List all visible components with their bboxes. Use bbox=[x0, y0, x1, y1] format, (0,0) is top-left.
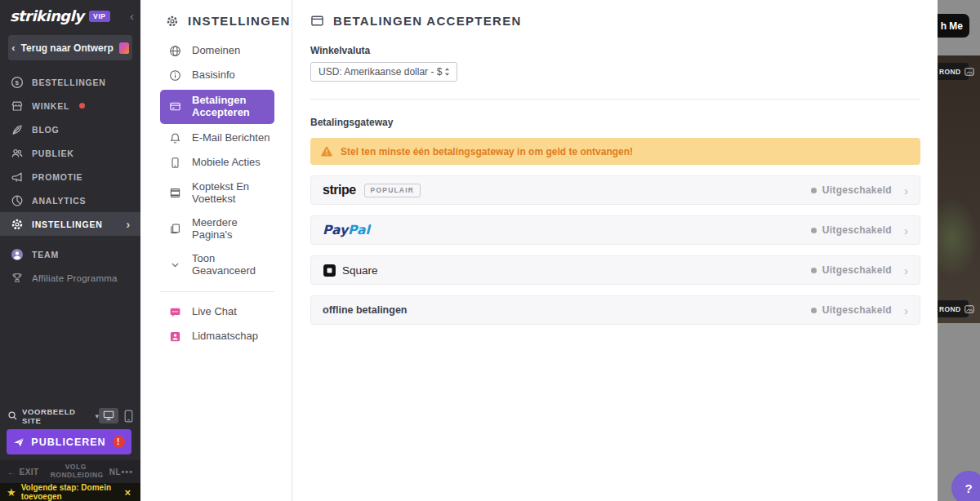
sidebar-item-bestellingen[interactable]: $ BESTELLINGEN bbox=[0, 70, 140, 94]
settings-item-label: Koptekst En Voettekst bbox=[192, 181, 257, 206]
sidebar-item-publiek[interactable]: PUBLIEK bbox=[0, 141, 140, 165]
sidebar-item-label: WINKEL bbox=[32, 101, 69, 111]
publish-button[interactable]: PUBLICEREN ! bbox=[7, 429, 131, 454]
background-edit-badge[interactable]: ROND bbox=[938, 300, 969, 317]
chevron-down-icon bbox=[168, 259, 181, 272]
site-thumbnail-icon bbox=[119, 42, 129, 54]
settings-item-domeinen[interactable]: Domeinen bbox=[140, 38, 292, 63]
sidebar-item-label: PUBLIEK bbox=[32, 149, 74, 158]
status-dot-icon bbox=[811, 188, 817, 193]
info-icon bbox=[168, 69, 181, 82]
mobile-preview-button[interactable] bbox=[124, 410, 133, 423]
exit-label: EXIT bbox=[20, 468, 39, 477]
help-button[interactable]: ? bbox=[951, 471, 980, 501]
dollar-icon: $ bbox=[10, 75, 24, 89]
stripe-logo: stripe bbox=[323, 183, 356, 197]
settings-item-betalingen-accepteren[interactable]: Betalingen Accepteren bbox=[160, 90, 274, 124]
feather-icon bbox=[10, 122, 24, 136]
exit-button[interactable]: ← EXIT bbox=[7, 468, 39, 477]
settings-item-lidmaatschap[interactable]: Lidmaatschap bbox=[140, 325, 292, 349]
payments-panel: BETALINGEN ACCEPTEREN Winkelvaluta USD: … bbox=[292, 0, 938, 501]
page-title: BETALINGEN ACCEPTEREN bbox=[333, 14, 522, 28]
device-toggle-group bbox=[99, 408, 133, 423]
currency-selected-value: USD: Amerikaanse dollar - $ bbox=[318, 66, 442, 78]
more-options-button[interactable]: ••• bbox=[121, 467, 133, 477]
status-dot-icon bbox=[811, 308, 817, 313]
chevron-right-icon: › bbox=[904, 304, 908, 317]
currency-select[interactable]: USD: Amerikaanse dollar - $ bbox=[310, 62, 457, 82]
gateway-row-offline[interactable]: offline betalingen Uitgeschakeld › bbox=[310, 295, 920, 325]
gateway-status: Uitgeschakeld bbox=[811, 264, 892, 276]
chat-icon bbox=[168, 306, 181, 319]
member-badge-icon bbox=[168, 330, 181, 344]
publish-button-label: PUBLICEREN bbox=[31, 437, 105, 448]
sidebar-nav: $ BESTELLINGEN WINKEL BLOG bbox=[0, 70, 140, 290]
sidebar-item-label: TEAM bbox=[32, 250, 59, 259]
collapse-sidebar-icon[interactable]: ‹ bbox=[130, 10, 134, 22]
gateway-row-stripe[interactable]: stripe POPULAIR Uitgeschakeld › bbox=[310, 175, 920, 205]
sidebar-item-instellingen[interactable]: INSTELLINGEN › bbox=[0, 212, 140, 236]
settings-item-label: Mobiele Acties bbox=[192, 157, 261, 169]
main-sidebar: strikingly VIP ‹ ‹ Terug naar Ontwerp $ … bbox=[0, 0, 140, 501]
warning-triangle-icon bbox=[320, 145, 333, 157]
search-icon bbox=[7, 410, 18, 421]
chevron-left-icon: ‹ bbox=[11, 42, 15, 54]
gateway-row-paypal[interactable]: PayPal Uitgeschakeld › bbox=[310, 215, 920, 245]
settings-header: INSTELLINGEN bbox=[140, 0, 292, 38]
settings-divider bbox=[160, 291, 274, 292]
settings-item-email-berichten[interactable]: E-Mail Berichten bbox=[140, 126, 292, 151]
sidebar-item-winkel[interactable]: WINKEL bbox=[0, 94, 140, 117]
image-icon bbox=[964, 305, 974, 313]
preview-site-row: VOORBEELD SITE ▾ bbox=[0, 406, 140, 426]
desktop-preview-button[interactable] bbox=[99, 408, 118, 423]
star-icon: ★ bbox=[7, 486, 16, 499]
sidebar-item-affiliate[interactable]: Affiliate Programma bbox=[0, 266, 140, 290]
chevron-right-icon: › bbox=[904, 184, 908, 197]
notification-text[interactable]: Volgende stap: Domein toevoegen bbox=[21, 483, 125, 501]
site-cta-button[interactable]: h Me bbox=[938, 14, 969, 38]
settings-item-basisinfo[interactable]: Basisinfo bbox=[140, 63, 292, 87]
sidebar-item-promotie[interactable]: PROMOTIE bbox=[0, 165, 140, 188]
square-logo-text: Square bbox=[342, 264, 378, 277]
settings-item-label: Meerdere Pagina's bbox=[192, 217, 280, 242]
sidebar-item-blog[interactable]: BLOG bbox=[0, 117, 140, 141]
strikingly-logo: strikingly bbox=[10, 7, 83, 24]
payments-card-icon bbox=[310, 14, 324, 28]
settings-item-mobiele-acties[interactable]: Mobiele Acties bbox=[140, 151, 292, 175]
trophy-icon bbox=[10, 271, 24, 285]
status-dot-icon bbox=[811, 228, 817, 233]
chevron-right-icon: › bbox=[904, 264, 908, 277]
chevron-right-icon: › bbox=[904, 224, 908, 237]
sidebar-item-label: INSTELLINGEN bbox=[32, 219, 103, 229]
close-icon[interactable]: × bbox=[124, 486, 134, 499]
warning-text: Stel ten minste één betalingsgateway in … bbox=[341, 146, 633, 157]
settings-item-koptekst-voettekst[interactable]: Koptekst En Voettekst bbox=[140, 175, 292, 211]
pie-chart-icon bbox=[10, 193, 24, 207]
settings-item-live-chat[interactable]: Live Chat bbox=[140, 300, 292, 325]
vip-badge: VIP bbox=[89, 11, 110, 22]
paypal-logo-pay: Pay bbox=[323, 223, 348, 237]
sidebar-item-label: ANALYTICS bbox=[32, 196, 86, 206]
preview-site-label[interactable]: VOORBEELD SITE bbox=[22, 407, 91, 425]
sidebar-item-analytics[interactable]: ANALYTICS bbox=[0, 188, 140, 212]
popular-badge: POPULAIR bbox=[364, 184, 421, 197]
gateway-row-square[interactable]: Square Uitgeschakeld › bbox=[310, 255, 920, 285]
settings-item-label: Domeinen bbox=[192, 45, 240, 57]
background-edit-badge[interactable]: ROND bbox=[938, 63, 969, 80]
gateway-status: Uitgeschakeld bbox=[811, 304, 892, 316]
app-window: strikingly VIP ‹ ‹ Terug naar Ontwerp $ … bbox=[0, 0, 980, 501]
status-label: Uitgeschakeld bbox=[822, 184, 892, 196]
settings-item-meerdere-paginas[interactable]: Meerdere Pagina's bbox=[140, 211, 292, 247]
gateway-status: Uitgeschakeld bbox=[811, 184, 892, 196]
tour-button[interactable]: VOLG RONDLEIDING bbox=[51, 463, 101, 480]
sidebar-item-label: Affiliate Programma bbox=[32, 273, 118, 283]
settings-item-label: Toon Geavanceerd bbox=[192, 253, 280, 277]
settings-item-toon-geavanceerd[interactable]: Toon Geavanceerd bbox=[140, 247, 292, 283]
sidebar-item-team[interactable]: TEAM bbox=[0, 242, 140, 266]
language-button[interactable]: NL bbox=[109, 468, 121, 477]
settings-item-label: Live Chat bbox=[192, 306, 237, 318]
back-to-editor-button[interactable]: ‹ Terug naar Ontwerp bbox=[8, 35, 132, 60]
site-background-photo bbox=[938, 55, 980, 323]
settings-title: INSTELLINGEN bbox=[188, 14, 291, 28]
globe-icon bbox=[168, 44, 181, 57]
